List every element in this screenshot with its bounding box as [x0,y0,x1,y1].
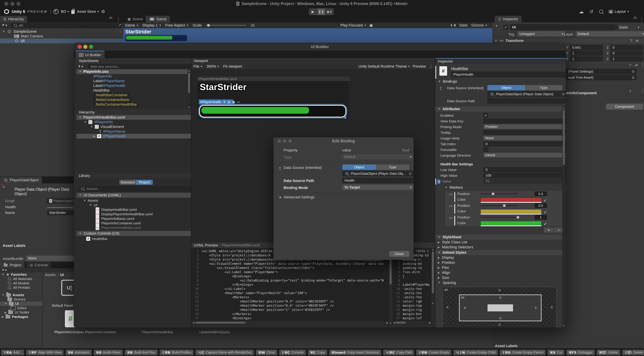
library-file-row[interactable]: </> DisplayHealthBar.uxml [76,207,191,212]
library-assets-row[interactable]: ▼Assets [76,198,98,203]
add-selector-input[interactable]: Add new selector... [88,64,192,69]
zoom-dropdown[interactable]: 300%▾ [206,64,219,68]
stylesheets-scrollbar[interactable]: ▲ ▼ [188,70,190,109]
playername-row[interactable]: T #PlayerName [76,129,191,134]
shortcut-chip[interactable]: ⌥CCapture frame with RenderDoc [196,350,254,355]
shortcut-chip[interactable]: ⇧⌦Delete Current Selection [622,350,644,355]
shortcut-chip[interactable]: ⌘BBuild And Run [125,350,158,355]
tab-hierarchy[interactable]: ☰Hierarchy [0,16,27,22]
object-picker-icon[interactable]: ⊙ [409,172,412,176]
script-field[interactable]: #PlayerDataObj [47,198,78,204]
add-object-button[interactable]: + ▾ [2,23,7,27]
data-source-object-field[interactable]: PlayerDataObject (Player Data Object) ⊙ [487,91,566,97]
shortcut-chip[interactable]: ⇧⌘NCreate Empty [416,350,451,355]
layout-menu[interactable]: ▦ Layout▾ [609,10,629,14]
transform-value-field[interactable]: 1 [610,56,643,61]
tab-playerdataobject[interactable]: PlayerDataObject [0,177,42,184]
color-swatch[interactable] [480,209,542,214]
gizmos-dropdown[interactable]: Gizmos▾ [471,23,487,28]
shortcut-chip[interactable]: ⌘F5Debugger [566,350,595,355]
attributes-header[interactable]: ▼Attributes [435,106,566,112]
add-selector-button[interactable]: + ▾ [78,64,83,68]
playerinfo-row[interactable]: ▼ #PlayerInfo [76,120,191,124]
spacing-section[interactable]: ▼Spacing [435,280,566,285]
library-file-row[interactable]: </> DisplayPlayerInfoHealthBar.uxml [76,212,191,216]
position-slider[interactable] [480,194,518,194]
shortcut-chip[interactable]: ⌘InsertCopy Insert Selection [329,350,381,355]
shortcut-chip[interactable]: ⇧⌘CConsole [279,350,306,355]
preset-icon[interactable]: ⇄ [636,38,639,43]
theme-dropdown[interactable]: Unity Default Runtime Theme▾ [358,64,410,68]
source-asset-field[interactable]: sual Tree Asset)⊙ [566,75,637,80]
game-target-dropdown[interactable]: Game▾ [125,23,138,28]
tag-dropdown[interactable]: Untagged [518,31,565,36]
dock-icon[interactable]: ▭ [237,100,240,104]
tooltip-field[interactable] [483,130,566,135]
position-value[interactable]: 0.3 [534,192,547,196]
cloud-icon[interactable]: ☁ [579,9,584,14]
eyedropper-icon[interactable] [544,210,547,213]
hierarchy-menu-icon[interactable]: ⋮ [116,17,121,22]
health-slider[interactable] [47,207,73,208]
size-section[interactable]: ▶Size [435,275,566,280]
picking-mode-dropdown[interactable]: Position [483,124,566,129]
focusable-checkbox[interactable] [483,147,488,152]
assets-item[interactable]: ▼Assets [0,293,42,297]
position-slider[interactable] [480,205,518,206]
playerhealth-row[interactable]: ▶# #PlayerHealth [76,134,191,138]
uss-file-row[interactable]: ▼PlayerInfo.uss [76,69,191,74]
spacing-box-content[interactable] [488,304,513,312]
uib-inspector-scrollbar[interactable]: ▲ ▼ [562,106,565,328]
fit-viewport-button[interactable]: Fit viewport [223,64,242,68]
renderdoc-bug-icon[interactable] [369,23,373,28]
type-dropdown[interactable]: Default [342,154,414,160]
uss-vscrollbar[interactable]: ▲ ▼ [431,248,434,305]
library-standard-tab[interactable]: Standard [119,180,136,185]
help-icon[interactable]: ? [629,89,631,94]
close-button[interactable]: Close [389,251,410,257]
library-file-row[interactable]: </> PlayerInfoContainer.uxml [76,221,191,225]
data-source-object-tab[interactable]: Object [487,85,525,90]
add-component-button[interactable]: Component [606,104,643,110]
eyedropper-icon[interactable] [544,198,547,202]
high-value-field[interactable]: 100 [483,173,566,178]
library-search-input[interactable]: Search... [78,186,193,192]
uxml-hscrollbar[interactable]: ◀ ▶ [191,320,389,325]
position-value[interactable]: 0.6 [534,203,547,208]
flex-section[interactable]: ▶Flex [435,265,566,270]
transform-value-field[interactable]: 0.661 [570,45,603,50]
remove-marker-button[interactable]: − [554,228,564,232]
shortcut-chip[interactable]: ⌥⇧NCreate Empty Child [453,350,498,355]
object-picker-icon[interactable]: ⊙ [632,70,634,74]
shortcut-chip[interactable]: ⌘XCut [548,350,564,355]
position-slider[interactable] [480,217,518,218]
position-value[interactable]: 1 [534,215,547,220]
component-menu-icon[interactable]: ⋮ [640,62,644,67]
shortcut-chip[interactable]: ⌘WClose [256,350,277,355]
ui-folder-item[interactable]: ▼UI [0,302,42,306]
uss-hscrollbar[interactable]: ◀ ▶ [392,320,431,325]
aspect-dropdown[interactable]: Free Aspect▾ [165,23,188,28]
preset-icon[interactable]: ⇄ [635,63,638,68]
library-file-row[interactable]: </> PlayerInfoHealthBar.uxml [76,225,191,230]
canvas-body[interactable]: StarStrider #PlayerHealth ⇅ ▤ ▦ ▭ [197,81,348,119]
picker-icon[interactable]: ↗ [118,23,121,27]
selection-handle[interactable] [344,116,346,118]
pause-button[interactable]: ❙❙ [317,8,325,15]
step-button[interactable]: ▶❙ [326,8,334,15]
audio-mute-icon[interactable] [452,24,456,27]
value-field[interactable]: 75 [483,178,566,184]
library-project-tab[interactable]: Project [136,180,153,185]
drag-handle[interactable]: ≡≡ [449,216,452,220]
tab-scene[interactable]: ▦Scene [124,16,146,22]
canvas-titlebar[interactable]: PlayerInfoHealthBar.uxml [197,76,350,81]
tab-project[interactable]: Project [0,262,24,268]
help-icon[interactable]: ? [629,63,631,68]
move-icon[interactable]: ⇅ [223,100,226,104]
markers-foldout[interactable]: ▼Markers [445,185,463,190]
inspector-menu-icon[interactable]: ⋮ [640,17,644,22]
uss-selector-row[interactable]: Label#PlayerHealth [76,83,191,88]
shortcut-chip[interactable]: ⇧⌘BBuild Profiles [160,350,194,355]
binding-mode-dropdown[interactable]: To Target [342,184,414,190]
scene-menu-icon[interactable]: ⋮ [118,29,122,33]
